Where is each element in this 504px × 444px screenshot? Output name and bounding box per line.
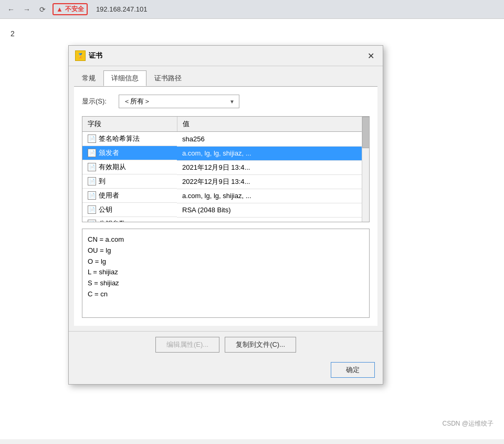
col-header-field: 字段 [82,117,177,132]
tab-details[interactable]: 详细信息 [103,70,146,86]
watermark: CSDN @运维绞子 [442,419,494,428]
doc-icon: 📄 [88,135,96,143]
doc-icon: 📄 [88,177,96,185]
reload-button[interactable]: ⟳ [37,4,48,15]
back-button[interactable]: ← [5,4,17,15]
field-cell: 📄有效期从 [82,160,177,174]
forward-button[interactable]: → [21,4,33,15]
field-label: 签名哈希算法 [99,134,140,143]
warning-icon: ▲ [56,5,63,13]
scrollbar-thumb[interactable] [362,117,369,148]
value-cell: 2022年12月9日 13:4... [177,174,369,189]
edit-properties-button[interactable]: 编辑属性(E)... [155,337,219,353]
doc-icon: 📄 [88,205,96,214]
show-label: 显示(S): [82,97,113,106]
field-cell: 📄公钥 [82,203,177,217]
table-row[interactable]: 📄有效期从2021年12月9日 13:4... [82,160,369,174]
dialog-footer: 编辑属性(E)... 复制到文件(C)... [69,331,383,358]
cert-table: 字段 值 📄签名哈希算法sha256📄颁发者a.com, lg, lg, shi… [82,117,369,222]
page-content: 2 🏅 证书 ✕ 常规 详细信息 证书路径 [0,19,504,439]
field-cell: 📄公钥参数 [82,217,177,222]
dialog-ok-bar: 确定 [69,358,383,384]
show-row: 显示(S): ＜所有＞ ▼ [82,95,370,108]
table-row[interactable]: 📄公钥RSA (2048 Bits) [82,203,369,217]
field-label: 公钥参数 [99,219,126,222]
value-cell: RSA (2048 Bits) [177,203,369,217]
certificate-dialog: 🏅 证书 ✕ 常规 详细信息 证书路径 显示(S): ＜所有＞ [68,45,383,385]
table-row[interactable]: 📄使用者a.com, lg, lg, shijiaz, ... [82,189,369,203]
field-cell: 📄颁发者 [82,146,177,160]
table-row[interactable]: 📄签名哈希算法sha256 [82,132,369,147]
field-label: 到 [99,177,106,186]
field-label: 公钥 [99,205,112,214]
show-dropdown[interactable]: ＜所有＞ ▼ [119,95,239,108]
page-number: 2 [10,29,15,38]
dialog-titlebar: 🏅 证书 ✕ [69,46,383,66]
ok-button[interactable]: 确定 [331,362,375,378]
security-badge[interactable]: ▲ 不安全 [52,3,88,15]
field-label: 颁发者 [99,148,119,158]
value-cell: 2021年12月9日 13:4... [177,160,369,174]
dialog-title-left: 🏅 证书 [75,50,102,61]
field-label: 有效期从 [99,162,126,172]
doc-icon: 📄 [88,163,96,171]
field-cell: 📄使用者 [82,189,177,203]
table-row[interactable]: 📄颁发者a.com, lg, lg, shijiaz, ... [82,146,369,160]
security-text: 不安全 [65,5,84,14]
detail-textarea: CN = a.com OU = lg O = lg L = shijiaz S … [82,229,370,318]
value-cell: a.com, lg, lg, shijiaz, ... [177,189,369,203]
field-cell: 📄签名哈希算法 [82,132,177,146]
copy-to-file-button[interactable]: 复制到文件(C)... [225,337,296,353]
browser-bar: ← → ⟳ ▲ 不安全 192.168.247.101 [0,0,504,19]
cert-table-wrapper: 字段 值 📄签名哈希算法sha256📄颁发者a.com, lg, lg, shi… [82,116,370,222]
cert-icon: 🏅 [75,50,86,61]
dialog-title: 证书 [89,51,102,60]
show-dropdown-value: ＜所有＞ [123,97,151,106]
dialog-body: 显示(S): ＜所有＞ ▼ 字段 值 [74,87,377,326]
tab-general[interactable]: 常规 [74,70,103,86]
scrollbar-track[interactable] [362,117,369,222]
value-cell: sha256 [177,132,369,147]
table-row[interactable]: 📄到2022年12月9日 13:4... [82,174,369,189]
doc-icon: 📄 [88,220,96,222]
url-bar[interactable]: 192.168.247.101 [92,4,499,15]
dialog-tabs: 常规 详细信息 证书路径 [69,66,383,86]
table-row[interactable]: 📄公钥参数05 00 [82,217,369,222]
field-label: 使用者 [99,191,119,200]
chevron-down-icon: ▼ [229,99,235,105]
doc-icon: 📄 [88,149,96,157]
tab-cert-path[interactable]: 证书路径 [146,70,190,86]
field-cell: 📄到 [82,174,177,189]
value-cell: a.com, lg, lg, shijiaz, ... [177,146,369,160]
value-cell: 05 00 [177,217,369,222]
doc-icon: 📄 [88,191,96,200]
table-scroll[interactable]: 字段 值 📄签名哈希算法sha256📄颁发者a.com, lg, lg, shi… [82,117,369,222]
close-button[interactable]: ✕ [365,50,376,61]
col-header-value: 值 [177,117,369,132]
